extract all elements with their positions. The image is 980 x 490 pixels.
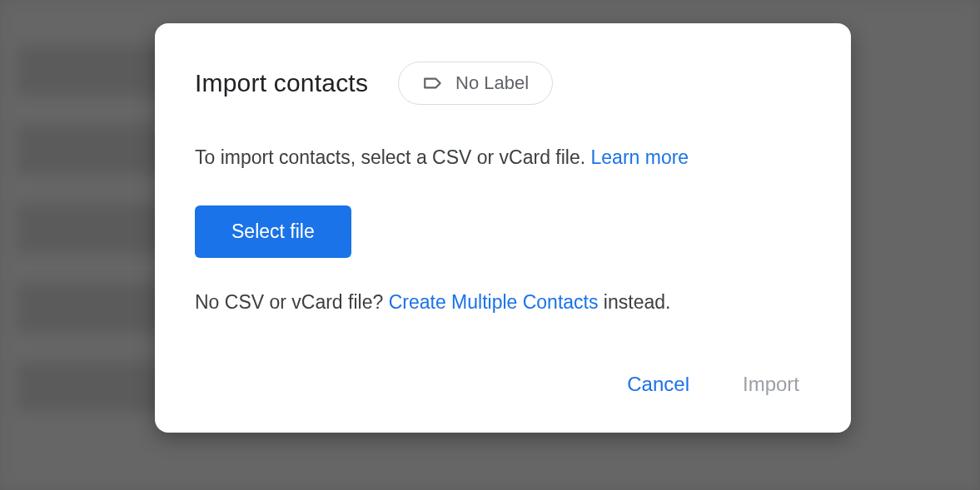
description-text: To import contacts, select a CSV or vCar…	[195, 146, 591, 168]
select-file-button[interactable]: Select file	[195, 205, 351, 258]
label-icon	[422, 72, 444, 94]
cancel-button[interactable]: Cancel	[624, 366, 693, 403]
dialog-actions: Cancel Import	[195, 366, 811, 403]
secondary-prefix: No CSV or vCard file?	[195, 291, 389, 313]
label-chip-text: No Label	[455, 72, 529, 94]
learn-more-link[interactable]: Learn more	[591, 146, 689, 168]
dialog-description: To import contacts, select a CSV or vCar…	[195, 143, 811, 172]
dialog-header: Import contacts No Label	[195, 62, 811, 105]
dialog-title: Import contacts	[195, 69, 368, 97]
label-selector-chip[interactable]: No Label	[398, 62, 553, 105]
secondary-description: No CSV or vCard file? Create Multiple Co…	[195, 288, 811, 317]
secondary-suffix: instead.	[598, 291, 670, 313]
import-button[interactable]: Import	[739, 366, 803, 403]
create-multiple-contacts-link[interactable]: Create Multiple Contacts	[389, 291, 599, 313]
import-contacts-dialog: Import contacts No Label To import conta…	[155, 23, 851, 433]
